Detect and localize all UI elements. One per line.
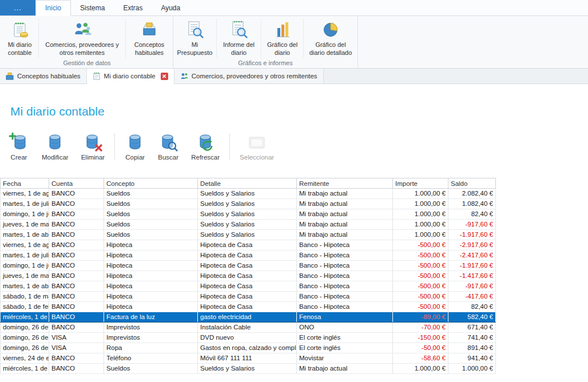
cell-detalle[interactable]: Sueldos y Salarios <box>198 199 297 209</box>
cell-saldo[interactable]: 671,40 € <box>448 323 496 333</box>
cell-cuenta[interactable]: BANCO <box>49 230 104 240</box>
cell-detalle[interactable]: Hipoteca de Casa <box>198 250 297 261</box>
cell-fecha[interactable]: jueves, 1 de mayo <box>1 220 49 230</box>
cell-remitente[interactable]: Mi trabajo actual <box>297 230 393 240</box>
menu-tab-extras[interactable]: Extras <box>114 0 152 15</box>
cell-importe[interactable]: -500,00 € <box>393 292 448 302</box>
menu-tab-inicio[interactable]: Inicio <box>35 0 71 16</box>
ribbon-button-grafico-del-diario[interactable]: Gráfico del diario <box>261 18 304 58</box>
doc-tab-conceptos-habituales[interactable]: Conceptos habituales <box>0 69 87 83</box>
cell-detalle[interactable]: DVD nuevo <box>198 333 297 343</box>
cell-remitente[interactable]: Mi trabajo actual <box>297 199 393 209</box>
cell-detalle[interactable]: Instalación Cable <box>198 323 297 333</box>
cell-saldo[interactable]: 1.082,40 € <box>448 199 496 209</box>
cell-importe[interactable]: -500,00 € <box>393 271 448 281</box>
table-row[interactable]: jueves, 1 de mayo BANCO Hipoteca Hipotec… <box>1 271 496 281</box>
cell-cuenta[interactable]: BANCO <box>49 364 104 374</box>
cell-saldo[interactable]: -2.417,60 € <box>448 250 496 261</box>
cell-concepto[interactable]: Sueldos <box>104 199 198 209</box>
ribbon-button-mi-diario-contable[interactable]: Mi diario contable <box>1 18 39 58</box>
close-tab-icon[interactable]: ✕ <box>161 73 168 80</box>
column-header-detalle[interactable]: Detalle <box>198 178 297 189</box>
cell-saldo[interactable]: -1.917,60 € <box>448 230 496 240</box>
cell-concepto[interactable]: Sueldos <box>104 364 198 374</box>
table-row[interactable]: domingo, 26 de enero VISA Ropa Gastos en… <box>1 343 496 353</box>
cell-detalle[interactable]: Gastos en ropa, calzado y complementos <box>198 343 297 353</box>
cell-detalle[interactable]: Hipoteca de Casa <box>198 261 297 271</box>
table-row[interactable]: miércoles, 1 de enero BANCO Factura de l… <box>1 312 496 323</box>
cell-saldo[interactable]: 82,40 € <box>448 302 496 312</box>
cell-concepto[interactable]: Sueldos <box>104 189 198 199</box>
cell-detalle[interactable]: Hipoteca de Casa <box>198 292 297 302</box>
cell-detalle[interactable]: Hipoteca de Casa <box>198 281 297 292</box>
cell-detalle[interactable]: Móvil 667 111 111 <box>198 353 297 364</box>
copy-button[interactable]: Copiar <box>118 131 152 162</box>
cell-saldo[interactable]: 741,40 € <box>448 333 496 343</box>
column-header-cuenta[interactable]: Cuenta <box>49 178 104 189</box>
cell-concepto[interactable]: Imprevistos <box>104 333 198 343</box>
column-header-concepto[interactable]: Concepto <box>104 178 198 189</box>
cell-fecha[interactable]: sábado, 1 de febrero <box>1 302 49 312</box>
cell-importe[interactable]: -500,00 € <box>393 281 448 292</box>
cell-importe[interactable]: 1.000,00 € <box>393 364 448 374</box>
refresh-button[interactable]: Refrescar <box>185 131 226 162</box>
ribbon-button-comercios-proveedores[interactable]: Comercios, proveedores y otros remitente… <box>39 18 126 58</box>
create-button[interactable]: Crear <box>2 131 35 162</box>
cell-importe[interactable]: -500,00 € <box>393 250 448 261</box>
cell-remitente[interactable]: ONO <box>297 323 393 333</box>
cell-saldo[interactable]: 1.000,00 € <box>448 364 496 374</box>
cell-cuenta[interactable]: BANCO <box>49 271 104 281</box>
cell-concepto[interactable]: Teléfono <box>104 353 198 364</box>
table-row[interactable]: domingo, 1 de junio BANCO Hipoteca Hipot… <box>1 261 496 271</box>
cell-cuenta[interactable]: BANCO <box>49 240 104 250</box>
cell-detalle[interactable]: Sueldos y Salarios <box>198 364 297 374</box>
cell-cuenta[interactable]: BANCO <box>49 199 104 209</box>
column-header-importe[interactable]: Importe <box>393 178 448 189</box>
table-row[interactable]: sábado, 1 de febrero BANCO Hipoteca Hipo… <box>1 302 496 312</box>
ribbon-button-grafico-del-diario-detallado[interactable]: Gráfico del diario detallado <box>304 18 357 58</box>
cell-saldo[interactable]: -1.417,60 € <box>448 271 496 281</box>
cell-cuenta[interactable]: BANCO <box>49 250 104 261</box>
cell-remitente[interactable]: Movistar <box>297 353 393 364</box>
cell-importe[interactable]: -89,00 € <box>393 312 448 323</box>
cell-detalle[interactable]: Hipoteca de Casa <box>198 240 297 250</box>
cell-fecha[interactable]: viernes, 24 de enero <box>1 353 49 364</box>
cell-importe[interactable]: -50,00 € <box>393 343 448 353</box>
cell-remitente[interactable]: Mi trabajo actual <box>297 209 393 220</box>
cell-concepto[interactable]: Sueldos <box>104 230 198 240</box>
cell-remitente[interactable]: Banco - Hipoteca <box>297 250 393 261</box>
table-row[interactable]: martes, 1 de abril BANCO Hipoteca Hipote… <box>1 281 496 292</box>
cell-fecha[interactable]: domingo, 1 de junio <box>1 209 49 220</box>
cell-fecha[interactable]: martes, 1 de julio <box>1 250 49 261</box>
delete-button[interactable]: Eliminar <box>75 131 112 162</box>
cell-cuenta[interactable]: BANCO <box>49 220 104 230</box>
table-row[interactable]: martes, 1 de julio BANCO Hipoteca Hipote… <box>1 250 496 261</box>
cell-remitente[interactable]: Mi trabajo actual <box>297 189 393 199</box>
table-row[interactable]: domingo, 1 de junio BANCO Sueldos Sueldo… <box>1 209 496 220</box>
cell-concepto[interactable]: Hipoteca <box>104 250 198 261</box>
cell-fecha[interactable]: miércoles, 1 de enero <box>1 312 49 323</box>
ribbon-button-informe-del-diario[interactable]: Informe del diario <box>217 18 261 58</box>
cell-fecha[interactable]: martes, 1 de julio <box>1 199 49 209</box>
cell-remitente[interactable]: Banco - Hipoteca <box>297 240 393 250</box>
cell-cuenta[interactable]: BANCO <box>49 281 104 292</box>
search-button[interactable]: Buscar <box>152 131 185 162</box>
table-row[interactable]: martes, 1 de julio BANCO Sueldos Sueldos… <box>1 199 496 209</box>
cell-importe[interactable]: 1.000,00 € <box>393 220 448 230</box>
cell-saldo[interactable]: -1.917,60 € <box>448 261 496 271</box>
cell-remitente[interactable]: El corte inglés <box>297 343 393 353</box>
cell-saldo[interactable]: 2.082,40 € <box>448 189 496 199</box>
cell-concepto[interactable]: Hipoteca <box>104 292 198 302</box>
cell-remitente[interactable]: Banco - Hipoteca <box>297 302 393 312</box>
menu-tab-sistema[interactable]: Sistema <box>71 0 114 15</box>
modify-button[interactable]: Modificar <box>35 131 75 162</box>
cell-fecha[interactable]: viernes, 1 de agosto <box>1 240 49 250</box>
cell-fecha[interactable]: miércoles, 1 de enero <box>1 364 49 374</box>
cell-saldo[interactable]: 941,40 € <box>448 353 496 364</box>
cell-importe[interactable]: -500,00 € <box>393 302 448 312</box>
cell-cuenta[interactable]: BANCO <box>49 189 104 199</box>
cell-detalle[interactable]: Sueldos y Salarios <box>198 220 297 230</box>
cell-remitente[interactable]: Fenosa <box>297 312 393 323</box>
doc-tab-comercios-proveedores[interactable]: Comercios, proveedores y otros remitente… <box>174 69 324 83</box>
cell-saldo[interactable]: -2.917,60 € <box>448 240 496 250</box>
